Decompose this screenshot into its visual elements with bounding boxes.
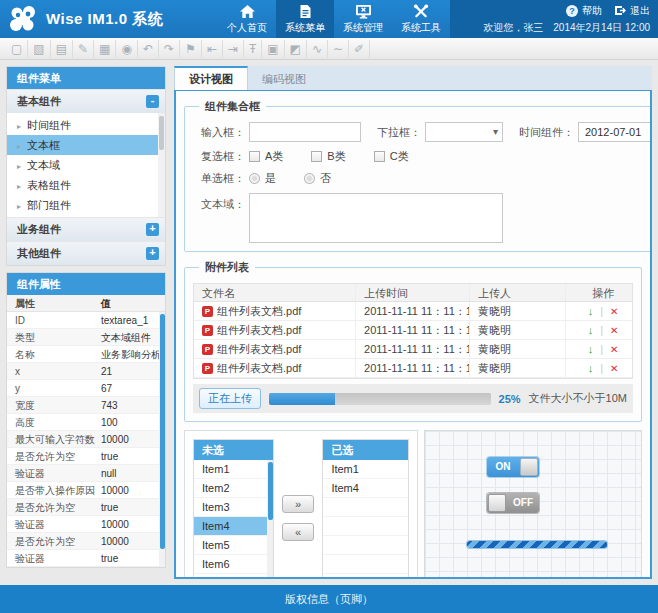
checkbox-icon — [249, 151, 260, 162]
property-row[interactable]: 是否允许为空 true — [7, 448, 165, 465]
transfer-list-item[interactable]: Item1 — [194, 460, 273, 479]
download-icon[interactable]: ↓ — [588, 359, 594, 377]
delete-icon[interactable]: ✕ — [610, 302, 618, 320]
component-menu-item[interactable]: ▸时间组件 — [7, 115, 165, 135]
property-name: 高度 — [7, 414, 95, 430]
property-row[interactable]: 宽度 743 — [7, 397, 165, 414]
transfer-list-item[interactable]: Item7 — [194, 574, 273, 579]
textarea-input[interactable] — [249, 193, 503, 243]
attachment-uploader: 黄晓明 — [470, 340, 566, 358]
group-business-components[interactable]: 业务组件 + — [7, 217, 165, 241]
checkbox-option[interactable]: C类 — [374, 149, 409, 164]
sidebar: 组件菜单 基本组件 - ▸时间组件 ▸文本框 ▸文本域 ▸表格组件 ▸部门组 — [6, 66, 166, 579]
tab-design-view[interactable]: 设计视图 — [174, 66, 248, 90]
component-menu-item[interactable]: ▸文本框 — [7, 135, 165, 155]
radio-option[interactable]: 是 — [249, 171, 276, 186]
component-menu-item[interactable]: ▸表格组件 — [7, 175, 165, 195]
flag-icon[interactable]: ⚑ — [180, 40, 202, 58]
property-row[interactable]: x 21 — [7, 363, 165, 380]
save-icon[interactable]: ▤ — [51, 40, 73, 58]
radio-option-label: 否 — [320, 171, 331, 186]
checkbox-option[interactable]: A类 — [249, 149, 283, 164]
date-input[interactable]: 2012-07-01 ▦ — [578, 122, 652, 142]
group-other-components[interactable]: 其他组件 + — [7, 241, 165, 265]
property-name: 宽度 — [7, 397, 95, 413]
undo-icon[interactable]: ↶ — [138, 40, 159, 58]
properties-scrollbar-thumb[interactable] — [160, 314, 165, 549]
delete-icon[interactable]: ▦ — [94, 40, 116, 58]
collapse-icon[interactable]: - — [146, 95, 159, 108]
property-row[interactable]: 是否允许为空 true — [7, 499, 165, 516]
property-row[interactable]: 是否带入操作原因 10000 — [7, 482, 165, 499]
line-chart-icon[interactable]: ∿ — [307, 40, 328, 58]
logout-button[interactable]: 退出 — [614, 4, 650, 18]
open-folder-icon[interactable]: ▧ — [28, 40, 50, 58]
canvas-grid-panel: ON OFF — [424, 430, 642, 579]
delete-icon[interactable]: ✕ — [610, 359, 618, 377]
property-row[interactable]: 高度 100 — [7, 414, 165, 431]
properties-scrollbar[interactable] — [159, 312, 165, 567]
download-icon[interactable]: ↓ — [588, 302, 594, 320]
group-basic-components[interactable]: 基本组件 - — [7, 89, 165, 113]
property-row[interactable]: 最大可输入字符数 10000 — [7, 431, 165, 448]
column-header-actions: 操作 — [566, 284, 632, 301]
expand-icon[interactable]: + — [146, 223, 159, 236]
text-input[interactable] — [249, 122, 361, 142]
transfer-list-item[interactable]: Item4 — [323, 479, 408, 498]
checkbox-option[interactable]: B类 — [311, 149, 345, 164]
nav-item-home[interactable]: 个人首页 — [218, 0, 276, 38]
delete-icon[interactable]: ✕ — [610, 340, 618, 358]
textarea-label: 文本域： — [193, 197, 245, 212]
radio-option[interactable]: 否 — [304, 171, 331, 186]
delete-icon[interactable]: ✕ — [610, 321, 618, 339]
transfer-list-item[interactable]: Item5 — [194, 536, 273, 555]
expand-icon[interactable]: + — [146, 247, 159, 260]
uploading-button[interactable]: 正在上传 — [199, 388, 261, 409]
lock-doc-icon[interactable]: ▣ — [262, 40, 284, 58]
curve-chart-icon[interactable]: ∼ — [328, 40, 349, 58]
download-icon[interactable]: ↓ — [588, 321, 594, 339]
move-right-button[interactable]: » — [282, 495, 314, 513]
toggle-switch-on[interactable]: ON — [487, 457, 539, 477]
pencil-icon[interactable]: ✐ — [349, 40, 370, 58]
property-row[interactable]: 验证器 null — [7, 465, 165, 482]
attachment-uploader: 黄晓明 — [470, 321, 566, 339]
property-row[interactable]: ID textarea_1 — [7, 312, 165, 329]
publish-icon[interactable]: ◉ — [116, 40, 137, 58]
list-scrollbar-thumb[interactable] — [268, 462, 273, 520]
toggle-switch-off[interactable]: OFF — [487, 493, 539, 513]
nav-label: 系统管理 — [343, 21, 383, 35]
property-row[interactable]: 是否允许为空 10000 — [7, 533, 165, 550]
menu-scrollbar[interactable] — [158, 113, 165, 217]
indent-icon[interactable]: ⇥ — [223, 40, 244, 58]
move-left-button[interactable]: « — [282, 523, 314, 541]
text-format-icon[interactable]: Ŧ — [244, 40, 262, 58]
redo-icon[interactable]: ↷ — [159, 40, 180, 58]
property-row[interactable]: 类型 文本域组件 — [7, 329, 165, 346]
nav-item-system-admin[interactable]: 系统管理 — [334, 0, 392, 38]
transfer-list-item[interactable]: Item1 — [323, 460, 408, 479]
transfer-list-item[interactable]: Item6 — [194, 555, 273, 574]
nav-item-system-menu[interactable]: 系统菜单 — [276, 0, 334, 38]
new-file-icon[interactable]: ▢ — [6, 40, 28, 58]
outdent-icon[interactable]: ⇤ — [202, 40, 223, 58]
download-icon[interactable]: ↓ — [588, 340, 594, 358]
dropdown-select[interactable]: ▾ — [425, 122, 503, 142]
property-row[interactable]: y 67 — [7, 380, 165, 397]
component-menu-item[interactable]: ▸部门组件 — [7, 195, 165, 215]
property-row[interactable]: 名称 业务影响分析说明 — [7, 346, 165, 363]
list-scrollbar[interactable] — [267, 460, 273, 579]
edit-icon[interactable]: ✎ — [73, 40, 94, 58]
help-button[interactable]: ? 帮助 — [566, 4, 602, 18]
transfer-list-item[interactable]: Item2 — [194, 479, 273, 498]
property-row[interactable]: 验证器 true — [7, 550, 165, 567]
info-doc-icon[interactable]: ◩ — [285, 40, 307, 58]
transfer-list-item[interactable]: Item3 — [194, 498, 273, 517]
tab-code-view[interactable]: 编码视图 — [248, 66, 320, 90]
component-properties-panel: 组件属性 属性 值 ID textarea_1 类型 文本域组件 — [6, 272, 166, 568]
component-menu-item[interactable]: ▸文本域 — [7, 155, 165, 175]
property-row[interactable]: 验证器 10000 — [7, 516, 165, 533]
transfer-list-item[interactable]: Item4 — [194, 517, 273, 536]
menu-scrollbar-thumb[interactable] — [159, 116, 164, 150]
nav-item-system-tools[interactable]: 系统工具 — [392, 0, 450, 38]
